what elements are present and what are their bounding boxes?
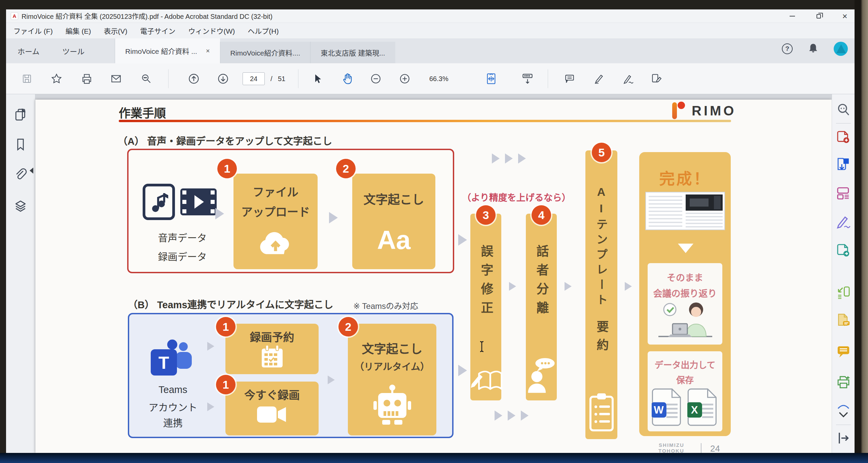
step-column-ai-template: AIテンプレート 要約 — [585, 150, 617, 439]
open-tools-panel-icon[interactable] — [836, 431, 851, 447]
step-column-typo-fix: 誤字修正 — [470, 214, 501, 400]
layers-icon[interactable] — [13, 199, 28, 215]
comment-tool-icon[interactable] — [562, 71, 577, 86]
previous-page-icon[interactable] — [186, 71, 201, 86]
notifications-bell-icon[interactable] — [807, 42, 819, 55]
menu-esign[interactable]: 電子サイン — [140, 26, 175, 36]
menu-window[interactable]: ウィンドウ(W) — [188, 26, 235, 36]
page-number-input[interactable]: 24 — [243, 72, 265, 85]
flow-box-b: T Teams アカウント 連携 録画予約 1 今す — [128, 313, 454, 438]
select-tool-icon[interactable] — [310, 71, 325, 86]
acrobat-pdf-icon: A — [11, 12, 18, 20]
search-zoom-tool-icon[interactable] — [836, 103, 850, 118]
step-label-vertical: 要約 — [593, 320, 610, 357]
rimo-logo: RIMO — [672, 102, 736, 119]
hand-tool-icon[interactable] — [340, 71, 355, 86]
step-card-transcribe: 文字起こし Aa — [352, 174, 435, 269]
menu-view[interactable]: 表示(V) — [104, 26, 127, 36]
chevron-down-icon[interactable] — [837, 411, 849, 420]
star-icon[interactable] — [49, 71, 64, 86]
footer-brand-line: TOHOKU — [658, 448, 684, 453]
menu-help[interactable]: ヘルプ(H) — [248, 26, 279, 36]
tab-close-icon[interactable]: × — [206, 47, 210, 55]
teams-label: アカウント — [136, 400, 210, 414]
print-icon[interactable] — [80, 71, 94, 86]
menu-edit[interactable]: 編集 (E) — [66, 26, 91, 36]
request-signatures-tool-icon[interactable] — [836, 313, 851, 329]
doc-tab-label: 東北支店版 建築現... — [321, 48, 385, 58]
save-icon[interactable] — [20, 71, 34, 86]
export-text: 保存 — [648, 373, 722, 385]
stamp-tool-icon[interactable] — [649, 71, 664, 86]
highlight-tool-icon[interactable] — [591, 71, 606, 86]
fit-page-icon[interactable] — [484, 71, 499, 86]
tab-home[interactable]: ホーム — [6, 38, 51, 63]
attachments-icon[interactable] — [13, 167, 28, 184]
page-total: 51 — [278, 75, 285, 83]
export-card: データ出力して 保存 W X — [648, 351, 722, 431]
comments-tool-icon[interactable] — [836, 344, 851, 360]
more-tools-wave-icon[interactable] — [837, 403, 850, 411]
step-label: 録画予約 — [225, 329, 319, 345]
step-label: アップロード — [234, 203, 318, 219]
close-button[interactable]: × — [840, 11, 850, 21]
print-production-tool-icon[interactable] — [836, 374, 851, 390]
restore-button[interactable] — [813, 11, 824, 21]
step-label-vertical: AIテンプレート — [593, 185, 610, 309]
bookmarks-icon[interactable] — [13, 137, 28, 153]
flow-arrows-triple — [495, 410, 529, 421]
video-camera-icon — [256, 404, 287, 427]
aa-glyph: Aa — [352, 225, 435, 255]
step-label: 今すぐ録画 — [225, 386, 319, 402]
flow-arrow — [328, 375, 335, 384]
search-icon[interactable] — [139, 71, 154, 86]
minimize-button[interactable] — [787, 11, 797, 21]
word-doc-icon: W — [652, 388, 684, 427]
book-edit-icon — [468, 365, 504, 394]
doc-tab-2[interactable]: RimoVoice紹介資料.... — [220, 42, 311, 63]
footer-brand-line: SHIMIZU — [658, 442, 684, 448]
sign-tool-icon[interactable] — [621, 71, 636, 86]
organize-pages-tool-icon[interactable] — [836, 186, 851, 202]
flow-arrow — [458, 234, 467, 246]
step-badge-3: 3 — [476, 205, 496, 225]
down-arrow-icon — [678, 244, 693, 253]
send-pdf-tool-icon[interactable] — [836, 243, 851, 259]
step-badge-2: 2 — [336, 159, 355, 178]
account-avatar[interactable] — [834, 42, 848, 56]
window-controls: × — [787, 9, 850, 23]
zoom-level-value[interactable]: 66.3% — [429, 75, 448, 83]
acrobat-window: A RimoVoice 紹介資料 全集 (20250123作成).pdf - A… — [6, 9, 855, 453]
collapse-left-panel-arrow[interactable] — [30, 167, 33, 174]
tab-tools[interactable]: ツール — [51, 38, 96, 63]
window-title: RimoVoice 紹介資料 全集 (20250123作成).pdf - Ado… — [22, 11, 273, 21]
email-icon[interactable] — [108, 71, 123, 86]
compress-pdf-tool-icon[interactable] — [836, 285, 851, 302]
zoom-in-icon[interactable] — [397, 71, 412, 86]
rimo-logo-text: RIMO — [692, 103, 736, 118]
fill-sign-tool-icon[interactable] — [836, 215, 851, 231]
zoom-out-icon[interactable] — [368, 71, 383, 86]
flow-arrow — [458, 365, 467, 376]
right-tools-rail — [832, 94, 855, 453]
next-page-icon[interactable] — [216, 71, 230, 86]
svg-text:T: T — [158, 353, 169, 372]
pdf-page: 作業手順 RIMO （A） 音声・録画データをアップして文字起こし 音声データ — [35, 100, 832, 453]
monitor-bezel-right — [855, 0, 868, 463]
step-label-vertical: 誤字修正 — [477, 245, 495, 320]
export-text: データ出力して — [648, 358, 722, 370]
review-text: そのまま — [648, 271, 722, 284]
step-badge-1: 1 — [217, 159, 237, 178]
step-card-transcribe-realtime: 文字起こし （リアルタイム） — [348, 324, 436, 435]
flow-arrow — [215, 208, 224, 219]
create-pdf-tool-icon[interactable] — [836, 130, 851, 146]
speaker-icon — [527, 357, 556, 396]
menu-file[interactable]: ファイル (F) — [13, 26, 53, 36]
export-pdf-tool-icon[interactable] — [836, 157, 851, 173]
page-thumbnails-icon[interactable] — [13, 107, 28, 123]
toolbar-dock-icon[interactable] — [520, 71, 535, 86]
doc-tab-3[interactable]: 東北支店版 建築現... — [310, 42, 395, 63]
flow-arrow — [207, 402, 214, 411]
help-icon[interactable]: ? — [782, 43, 793, 54]
doc-tab-active[interactable]: RimoVoice 紹介資料 ... × — [115, 38, 220, 63]
